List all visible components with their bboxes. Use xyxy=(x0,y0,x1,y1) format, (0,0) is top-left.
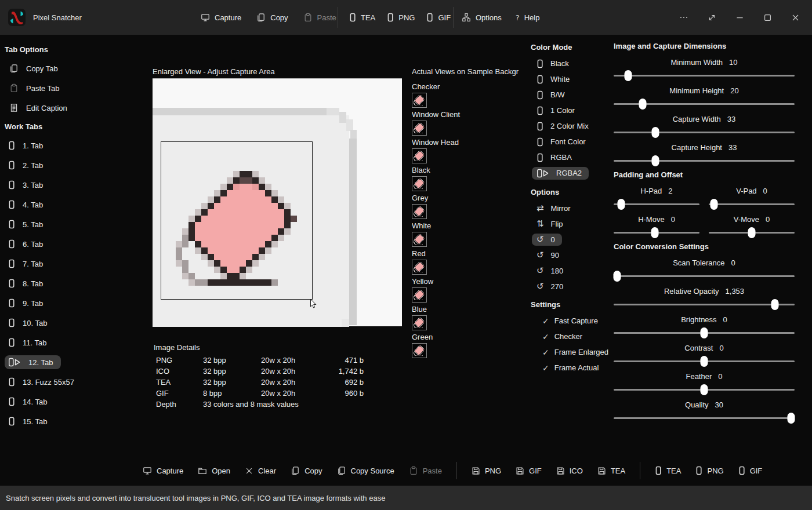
work-tab-1-tab[interactable]: 1. Tab xyxy=(0,136,148,155)
setting-fast-capture[interactable]: ✓Fast Capture xyxy=(531,313,614,329)
slider-quality-thumb[interactable] xyxy=(787,413,795,424)
rotation-label: 0 xyxy=(551,235,555,244)
gif-save-button[interactable]: GIF xyxy=(516,467,542,475)
color-mode-font-color[interactable]: Font Color xyxy=(531,134,614,150)
slider-scan-tolerance-thumb[interactable] xyxy=(614,271,621,282)
slider-label-text: Quality xyxy=(685,400,708,409)
gif-copy-button[interactable]: GIF xyxy=(738,466,763,475)
tea-button[interactable]: TEA xyxy=(349,13,375,22)
png-save-button[interactable]: PNG xyxy=(472,467,501,475)
color-mode-black[interactable]: Black xyxy=(531,56,614,71)
slider-brightness-thumb[interactable] xyxy=(701,327,708,338)
work-tab-7-tab[interactable]: 7. Tab xyxy=(0,254,148,274)
copy-button[interactable]: Copy xyxy=(256,13,288,22)
color-mode-label: White xyxy=(550,75,570,83)
slider-capture-width-track[interactable] xyxy=(614,132,795,133)
rotate-0-button[interactable]: ↺0 xyxy=(531,232,614,247)
toolbar-copy-source-button[interactable]: Copy Source xyxy=(337,466,394,475)
minimize-button[interactable] xyxy=(734,13,745,22)
slider-capture-width-thumb[interactable] xyxy=(651,127,659,138)
slider-relative-opacity-track[interactable] xyxy=(614,304,795,305)
color-mode-white[interactable]: White xyxy=(531,71,614,87)
work-tab-5-tab[interactable]: 5. Tab xyxy=(0,214,148,234)
color-mode-2-color-mix[interactable]: 2 Color Mix xyxy=(531,118,614,134)
enlarged-view[interactable] xyxy=(153,78,402,326)
work-tab-12-tab[interactable]: 12. Tab xyxy=(0,352,148,372)
slider-contrast-thumb[interactable] xyxy=(701,356,708,367)
slider-relative-opacity-thumb[interactable] xyxy=(771,299,778,310)
setting-checker[interactable]: ✓Checker xyxy=(531,329,614,344)
png-button[interactable]: PNG xyxy=(387,13,415,22)
color-mode-b-w[interactable]: B/W xyxy=(531,87,614,103)
mirror-button[interactable]: ⇄Mirror xyxy=(531,201,614,216)
work-tab-4-tab[interactable]: 4. Tab xyxy=(0,195,148,214)
options-button[interactable]: Options xyxy=(462,13,502,22)
work-tab-14-tab[interactable]: 14. Tab xyxy=(0,392,148,411)
rotation-pill: ↺180 xyxy=(532,265,570,277)
work-tab-8-tab[interactable]: 8. Tab xyxy=(0,274,148,293)
paste-tab-button[interactable]: Paste Tab xyxy=(0,78,148,98)
ico-save-button[interactable]: ICO xyxy=(556,467,583,475)
slider-capture-height-thumb[interactable] xyxy=(651,155,659,166)
toolbar-clear-button[interactable]: Clear xyxy=(245,467,276,475)
work-tab-15-tab[interactable]: 15. Tab xyxy=(0,411,148,431)
work-tab-11-tab[interactable]: 11. Tab xyxy=(0,333,148,352)
paste-button[interactable]: Paste xyxy=(303,13,336,22)
flip-button[interactable]: ⇅Flip xyxy=(531,216,614,232)
rotate-180-button[interactable]: ↺180 xyxy=(531,263,614,279)
setting-frame-actual[interactable]: ✓Frame Actual xyxy=(531,360,614,376)
slider-minimum-width-track[interactable] xyxy=(614,75,795,76)
tea-save-label: TEA xyxy=(611,467,625,475)
slider-minimum-width-thumb[interactable] xyxy=(624,70,632,81)
slider-feather-thumb[interactable] xyxy=(701,384,708,395)
slider-h-pad-thumb[interactable] xyxy=(618,199,625,210)
help-button[interactable]: ?Help xyxy=(516,13,540,22)
work-tab-label: 2. Tab xyxy=(23,161,43,170)
slider-minimum-height-track[interactable] xyxy=(614,103,795,105)
slider-h-pad-track[interactable] xyxy=(614,203,699,205)
slider-quality-track[interactable] xyxy=(614,417,795,419)
color-mode-rgba[interactable]: RGBA xyxy=(531,150,614,165)
work-tab-2-tab[interactable]: 2. Tab xyxy=(0,155,148,175)
slider-feather-track[interactable] xyxy=(614,389,795,391)
copy-tab-button[interactable]: Copy Tab xyxy=(0,59,148,78)
expand-button[interactable] xyxy=(706,13,717,22)
slider-v-pad-track[interactable] xyxy=(709,203,795,205)
slider-minimum-height-thumb[interactable] xyxy=(639,99,646,110)
capture-button[interactable]: Capture xyxy=(201,13,241,22)
toolbar-paste-button[interactable]: Paste xyxy=(409,466,442,475)
titlebar-formats: TEA PNG GIF xyxy=(349,0,451,35)
rotate-90-button[interactable]: ↺90 xyxy=(531,247,614,263)
slider-v-move-track[interactable] xyxy=(709,232,795,234)
tea-copy-button[interactable]: TEA xyxy=(655,466,681,475)
slider-v-pad-thumb[interactable] xyxy=(710,199,717,210)
color-mode-rgba2[interactable]: RGBA2 xyxy=(531,165,614,181)
work-tab-9-tab[interactable]: 9. Tab xyxy=(0,293,148,313)
toolbar-open-button[interactable]: Open xyxy=(198,466,230,475)
slider-brightness-track[interactable] xyxy=(614,332,795,334)
close-button[interactable] xyxy=(790,13,800,22)
slider-contrast-track[interactable] xyxy=(614,360,795,362)
slider-h-move-thumb[interactable] xyxy=(651,227,659,238)
toolbar-copy-source-label: Copy Source xyxy=(351,467,394,475)
slider-h-move-track[interactable] xyxy=(614,232,699,234)
rotate-270-button[interactable]: ↺270 xyxy=(531,279,614,294)
setting-frame-enlarged[interactable]: ✓Frame Enlarged xyxy=(531,344,614,360)
work-tab-13-fuzz-55x57[interactable]: 13. Fuzz 55x57 xyxy=(0,372,148,392)
slider-v-move-thumb[interactable] xyxy=(748,227,756,238)
gif-button[interactable]: GIF xyxy=(426,13,451,22)
maximize-button[interactable] xyxy=(762,13,773,22)
slider-capture-height-track[interactable] xyxy=(614,160,795,162)
work-tab-10-tab[interactable]: 10. Tab xyxy=(0,313,148,333)
color-mode-1-color[interactable]: 1 Color xyxy=(531,103,614,118)
work-tab-6-tab[interactable]: 6. Tab xyxy=(0,234,148,254)
edit-caption-button[interactable]: Edit Caption xyxy=(0,98,148,118)
slider-scan-tolerance-track[interactable] xyxy=(614,275,795,277)
toolbar-capture-button[interactable]: Capture xyxy=(143,466,183,475)
more-button[interactable] xyxy=(679,13,689,22)
png-copy-button[interactable]: PNG xyxy=(695,466,723,475)
work-tab-3-tab[interactable]: 3. Tab xyxy=(0,175,148,195)
slider-caption: H-Pad2 xyxy=(614,183,699,198)
tea-save-button[interactable]: TEA xyxy=(597,467,625,475)
toolbar-copy-button[interactable]: Copy xyxy=(291,466,322,475)
